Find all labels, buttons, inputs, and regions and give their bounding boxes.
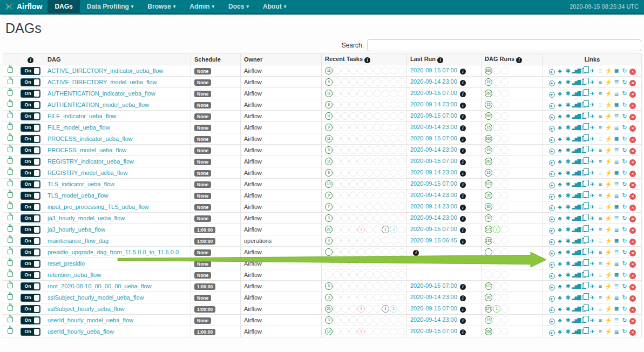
nav-item-dags[interactable]: DAGs	[48, 0, 79, 13]
info-icon[interactable]: i	[437, 57, 443, 63]
info-icon[interactable]: i	[460, 193, 466, 199]
task-state-circle-empty[interactable]	[398, 203, 405, 211]
gantt-view-icon[interactable]: ≡	[596, 135, 605, 143]
task-state-circle-queued[interactable]: 1	[382, 305, 389, 313]
edit-dag-icon[interactable]	[8, 238, 13, 243]
delete-dag-icon[interactable]: ×	[629, 78, 637, 86]
task-state-circle-empty[interactable]	[333, 180, 341, 188]
task-tries-icon[interactable]	[580, 237, 588, 245]
dag-run-circle-empty[interactable]	[493, 248, 500, 256]
task-state-circle-empty[interactable]	[341, 158, 349, 165]
refresh-icon[interactable]: ↻	[621, 90, 629, 97]
delete-dag-icon[interactable]: ×	[629, 180, 637, 188]
refresh-icon[interactable]: ↻	[621, 294, 629, 301]
dag-run-circle-empty[interactable]	[501, 305, 509, 313]
landing-times-icon[interactable]: ✈	[588, 146, 596, 154]
task-state-circle-empty[interactable]	[374, 305, 381, 313]
tree-view-icon[interactable]: ♣	[556, 101, 564, 109]
task-duration-icon[interactable]: ▂▅▇	[572, 90, 580, 97]
task-state-circle-empty[interactable]	[365, 158, 373, 165]
task-state-circle-empty[interactable]	[365, 328, 373, 335]
task-duration-icon[interactable]: ▂▅▇	[572, 169, 580, 177]
task-state-circle-success[interactable]	[325, 248, 333, 256]
task-state-circle-empty[interactable]	[398, 146, 405, 154]
landing-times-icon[interactable]: ✈	[588, 282, 596, 290]
task-state-circle-success[interactable]: 3	[325, 214, 333, 222]
task-state-circle-none[interactable]: 3	[390, 305, 397, 313]
task-tries-icon[interactable]	[580, 158, 588, 165]
last-run-link[interactable]: 2020-09-15 07:00	[410, 112, 457, 119]
refresh-icon[interactable]: ↻	[621, 169, 629, 177]
logs-icon[interactable]: ≣	[613, 135, 621, 143]
task-state-circle-empty[interactable]	[357, 112, 365, 120]
task-state-circle-empty[interactable]	[333, 112, 341, 120]
trigger-dag-icon[interactable]: ▶	[548, 146, 556, 154]
dag-run-circle-empty[interactable]	[501, 282, 509, 290]
graph-view-icon[interactable]: ✱	[564, 101, 572, 109]
dag-link[interactable]: PROCESS_indicator_ueba_flow	[48, 136, 133, 142]
task-state-circle-empty[interactable]	[390, 101, 397, 109]
task-state-circle-empty[interactable]	[365, 146, 373, 154]
trigger-dag-icon[interactable]: ▶	[548, 169, 556, 177]
task-state-circle-empty[interactable]	[341, 282, 349, 290]
dag-run-circle-empty[interactable]	[501, 226, 509, 233]
refresh-icon[interactable]: ↻	[621, 271, 629, 279]
schedule-badge[interactable]: None	[194, 215, 211, 222]
refresh-icon[interactable]: ↻	[621, 135, 629, 143]
task-state-circle-empty[interactable]	[374, 158, 381, 165]
task-state-circle-empty[interactable]	[357, 237, 365, 245]
task-state-circle-empty[interactable]	[341, 135, 349, 143]
task-state-circle-empty[interactable]	[349, 180, 357, 188]
task-state-circle-empty[interactable]	[349, 101, 357, 109]
graph-view-icon[interactable]: ✱	[564, 294, 572, 301]
dag-run-circle-empty[interactable]	[501, 192, 509, 199]
graph-view-icon[interactable]: ✱	[564, 112, 572, 120]
schedule-badge[interactable]: None	[194, 261, 211, 267]
dag-run-circle-empty[interactable]	[501, 124, 509, 131]
task-state-circle-empty[interactable]	[349, 214, 357, 222]
dag-run-circle-success[interactable]: 30	[485, 214, 492, 222]
task-state-circle-empty[interactable]	[341, 67, 349, 75]
task-state-circle-empty[interactable]	[374, 67, 381, 75]
code-view-icon[interactable]: ⚡	[605, 237, 613, 245]
edit-dag-icon[interactable]	[8, 226, 13, 232]
dag-on-off-toggle[interactable]: On	[21, 294, 40, 302]
task-state-circle-empty[interactable]	[365, 78, 373, 86]
info-icon[interactable]: i	[460, 69, 466, 75]
gantt-view-icon[interactable]: ≡	[596, 146, 605, 154]
search-input[interactable]	[367, 39, 641, 51]
delete-dag-icon[interactable]: ×	[629, 90, 637, 98]
refresh-icon[interactable]: ↻	[621, 158, 629, 165]
gantt-view-icon[interactable]: ≡	[596, 237, 605, 245]
gantt-view-icon[interactable]: ≡	[596, 124, 605, 131]
task-state-circle-success[interactable]: 12	[325, 328, 333, 335]
gantt-view-icon[interactable]: ≡	[596, 294, 605, 301]
last-run-link[interactable]: 2020-09-14 23:00	[410, 294, 457, 300]
task-state-circle-empty[interactable]	[374, 294, 381, 301]
schedule-badge[interactable]: 1:00:00	[194, 306, 215, 313]
dag-run-circle-empty[interactable]	[501, 67, 509, 75]
task-state-circle-skipped[interactable]: 3	[357, 226, 365, 233]
task-state-circle-empty[interactable]	[349, 282, 357, 290]
edit-dag-icon[interactable]	[8, 215, 13, 220]
task-state-circle-empty[interactable]	[398, 294, 405, 301]
task-duration-icon[interactable]: ▂▅▇	[572, 135, 580, 143]
dag-on-off-toggle[interactable]: On	[21, 90, 40, 98]
task-state-circle-success[interactable]: 4	[325, 237, 333, 245]
tree-view-icon[interactable]: ♣	[556, 237, 564, 245]
task-state-circle-empty[interactable]	[357, 214, 365, 222]
task-state-circle-empty[interactable]	[382, 192, 389, 199]
graph-view-icon[interactable]: ✱	[564, 158, 572, 165]
edit-dag-icon[interactable]	[8, 204, 13, 209]
landing-times-icon[interactable]: ✈	[588, 260, 596, 267]
task-state-circle-empty[interactable]	[365, 135, 373, 143]
gantt-view-icon[interactable]: ≡	[596, 180, 605, 188]
dag-run-circle-success[interactable]: 15	[485, 146, 492, 154]
task-duration-icon[interactable]: ▂▅▇	[572, 328, 580, 335]
dag-run-circle-success[interactable]: 360	[485, 158, 492, 165]
dag-run-circle-empty[interactable]	[493, 135, 500, 143]
schedule-badge[interactable]: None	[194, 113, 211, 120]
task-state-circle-empty[interactable]	[333, 282, 341, 290]
task-state-circle-empty[interactable]	[341, 294, 349, 301]
task-state-circle-success[interactable]: 8	[325, 282, 333, 290]
